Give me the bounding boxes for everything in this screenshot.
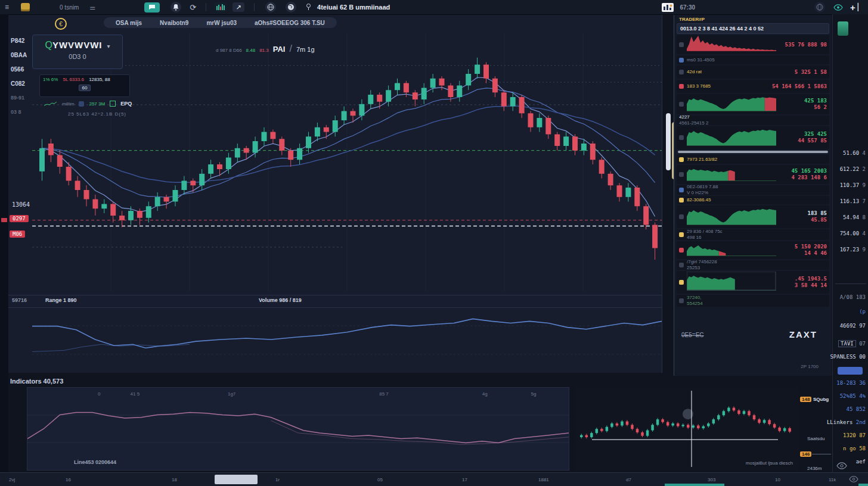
row-value: 425 183 bbox=[779, 98, 827, 104]
world-button[interactable] bbox=[286, 2, 296, 13]
symbol-selector[interactable]: QYWVWVWI▾ 0D3 0 bbox=[32, 35, 123, 69]
app-logo-badge[interactable] bbox=[21, 3, 30, 11]
main-menu-button[interactable]: ≡ bbox=[5, 3, 9, 11]
watchlist-row[interactable]: 325 42544 557 85 bbox=[677, 126, 829, 149]
timeline-thumb[interactable] bbox=[215, 475, 258, 484]
nav-item-3[interactable]: mrW jsu03 bbox=[206, 20, 237, 26]
notifications-button[interactable] bbox=[170, 2, 181, 13]
row-status-icon bbox=[679, 280, 684, 285]
row-value: 56 2 bbox=[779, 104, 827, 111]
price-level[interactable]: 51.60 4 bbox=[843, 150, 866, 156]
price-level[interactable]: 110.37 9 bbox=[840, 182, 866, 188]
timeline-tick: d7 bbox=[626, 477, 631, 482]
timeline-tick: 18 bbox=[172, 477, 177, 482]
globe-button[interactable] bbox=[265, 2, 276, 13]
watchlist-row[interactable]: 37240,554254 bbox=[677, 295, 829, 307]
watchlist-row[interactable]: ms0 31-4505 bbox=[677, 55, 829, 64]
chat-icon bbox=[148, 4, 156, 10]
eye-icon[interactable] bbox=[836, 462, 847, 469]
row-label: 82-3086.45 bbox=[687, 197, 827, 203]
timeline-eye-icon[interactable] bbox=[849, 476, 858, 482]
price-col-item[interactable]: 52%85 4% bbox=[840, 393, 866, 399]
row-label: 0E2-0819 7.88 bbox=[687, 184, 827, 190]
chart-header-legend: d 987 8 D66 8.48 81.3 PAI / 7m 1g bbox=[216, 43, 315, 54]
menu-icon: ≡ bbox=[5, 3, 9, 11]
watchlist-row[interactable]: 42d rat5 325 1 58 bbox=[677, 66, 829, 79]
bottom-left-chart-panel[interactable]: 041 51g785 74g5g Line453 0200644 bbox=[27, 387, 569, 471]
nav-item-4[interactable]: aOhs#SOEEOG 306 T.SU bbox=[255, 20, 325, 26]
add-panel-button[interactable]: + bbox=[850, 2, 855, 13]
nav-item-1[interactable]: OSA mijs bbox=[116, 20, 142, 26]
token-balance: 0 tsnim bbox=[60, 4, 79, 11]
blue-action-button[interactable] bbox=[838, 367, 863, 375]
footer-symbol-label: ZAXT bbox=[789, 329, 817, 339]
watchlist-row[interactable]: /7girl 745622825253 bbox=[677, 260, 829, 270]
share-button[interactable]: ↗ bbox=[232, 2, 244, 12]
price-col-item[interactable]: n go 58 bbox=[843, 446, 866, 451]
row-label: 4561-25415 2 bbox=[679, 120, 827, 126]
watchlist-row[interactable]: 0E2-0819 7.88V 0 H22% bbox=[677, 185, 829, 195]
chart-preview-button[interactable] bbox=[215, 2, 227, 12]
price-level[interactable]: 612.22 2 bbox=[840, 166, 866, 172]
tool-label-2[interactable]: 0566 bbox=[11, 66, 27, 80]
nav-logo-icon[interactable]: € bbox=[55, 18, 67, 30]
price-level[interactable]: 116.13 7 bbox=[840, 198, 866, 204]
axis-tick: 41 5 bbox=[131, 391, 140, 397]
left-edge-rail bbox=[0, 14, 8, 472]
sparkline-chart bbox=[687, 36, 776, 51]
price-col-item[interactable]: LLinkers 2nd bbox=[827, 419, 866, 425]
refresh-button[interactable]: ⟳ bbox=[190, 3, 196, 12]
watchlist-row[interactable]: 7973 21.63/82 bbox=[677, 155, 829, 164]
legend-badge[interactable]: 60 bbox=[79, 85, 91, 91]
watchlist-row[interactable]: 29 836 / 408 75c498 16 bbox=[677, 229, 829, 240]
watch-mode-button[interactable] bbox=[833, 4, 843, 11]
row-status-icon bbox=[679, 248, 684, 253]
watchlist-row[interactable]: .45 1943.53 58 44 14 bbox=[677, 271, 829, 294]
timeline-progress-end bbox=[858, 484, 868, 486]
tool-label-0[interactable]: P842 bbox=[11, 38, 27, 52]
price-level[interactable]: 754.00 4 bbox=[840, 230, 866, 236]
footer-time-label: 2P 1700 bbox=[801, 364, 819, 369]
rail-label-2: Saatsdu bbox=[807, 436, 824, 441]
profile-button[interactable] bbox=[814, 2, 825, 13]
price-col-item[interactable]: aef bbox=[856, 459, 866, 465]
watchlist-row[interactable]: 535 76 888 98 bbox=[677, 35, 829, 54]
filter-icon[interactable]: ⚌ bbox=[89, 4, 95, 11]
vertical-scrollbar[interactable] bbox=[666, 113, 671, 170]
watchlist-row[interactable]: 183 3 768554 164 566 1 5863 bbox=[677, 80, 829, 93]
row-label: 183 3 7685 bbox=[687, 83, 755, 89]
tool-label-3[interactable]: C082 bbox=[11, 80, 27, 95]
watchlist-header[interactable]: 0013.0 2 3 8 41 424 26 44 2 4 0 52 bbox=[677, 23, 829, 34]
price-level[interactable]: 167.23 9 bbox=[840, 247, 866, 253]
nav-item-2[interactable]: Nvaibotn9 bbox=[160, 20, 188, 26]
row-label: 42d rat bbox=[687, 69, 755, 75]
price-col-item[interactable]: SPANLESS 00 bbox=[830, 354, 866, 360]
candlestick-chart[interactable] bbox=[32, 33, 662, 295]
bottom-right-chart-panel[interactable]: mosjaiBut ljsua diesch bbox=[575, 387, 799, 471]
profile-globe-icon bbox=[816, 4, 823, 11]
price-col-item[interactable]: 18-283 36 bbox=[836, 380, 866, 386]
watchlist-row[interactable]: 183 8545.85 bbox=[677, 205, 829, 228]
price-col-item[interactable]: 1320 87 bbox=[843, 432, 866, 438]
price-level[interactable]: 54.94 8 bbox=[843, 214, 866, 220]
eye-teal-icon bbox=[833, 4, 843, 11]
watchlist-row[interactable]: 5 150 202014 4 46 bbox=[677, 241, 829, 259]
price-col-item[interactable]: 45 852 bbox=[846, 406, 866, 412]
watchlist-row[interactable]: 42274561-25415 2 bbox=[677, 116, 829, 125]
stats-logo[interactable] bbox=[662, 3, 674, 12]
row-status-icon bbox=[679, 263, 684, 267]
account-icon[interactable] bbox=[838, 21, 848, 36]
tool-label-dim-0[interactable]: 89-91 bbox=[11, 95, 27, 109]
watchlist-row[interactable]: 45 165 20034 283 148 6 bbox=[677, 165, 829, 184]
volume-line-chart[interactable] bbox=[32, 308, 662, 369]
tool-label-dim-1[interactable]: 03 8 bbox=[11, 109, 27, 123]
toolbar-notice: 4teiuai 62 B ummiinaad bbox=[317, 4, 390, 11]
row-status-icon bbox=[679, 214, 684, 219]
tool-label-1[interactable]: 0BAA bbox=[11, 52, 27, 66]
main-chart-panel: € OSA mijs Nvaibotn9 mrW jsu03 aOhs#SOEE… bbox=[8, 15, 662, 373]
chat-button[interactable] bbox=[144, 2, 160, 13]
pin-button[interactable] bbox=[306, 4, 311, 11]
price-col-item[interactable]: TAVI 07 bbox=[838, 341, 866, 347]
watchlist-row[interactable]: 82-3086.45 bbox=[677, 196, 829, 204]
watchlist-row[interactable]: 425 18356 2 bbox=[677, 94, 829, 114]
